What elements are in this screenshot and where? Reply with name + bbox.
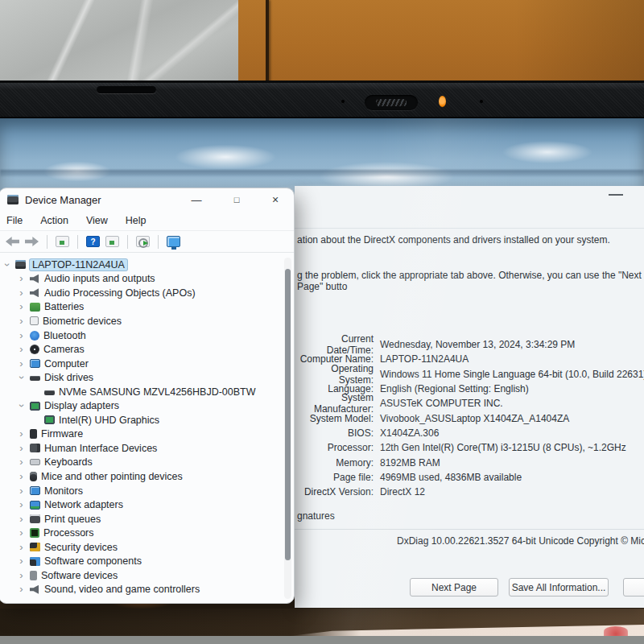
- chevron-right-icon[interactable]: ›: [17, 487, 26, 495]
- battery-icon: [30, 303, 40, 312]
- info-label: System Manufacturer:: [295, 392, 374, 415]
- chevron-down-icon[interactable]: ›: [18, 374, 26, 382]
- system-info-row: System Model:Vivobook_ASUSLaptop X1404ZA…: [295, 411, 644, 425]
- hid-icon: [30, 444, 40, 452]
- tree-item-label: Audio Processing Objects (APOs): [44, 287, 196, 299]
- computer-monitor-icon[interactable]: [167, 236, 180, 247]
- tree-item[interactable]: ›Processors: [0, 526, 283, 540]
- system-info-row: DirectX Version:DirectX 12: [295, 485, 644, 499]
- chevron-right-icon[interactable]: ›: [17, 345, 26, 353]
- info-value: 12th Gen Intel(R) Core(TM) i3-1215U (8 C…: [380, 442, 626, 453]
- chevron-right-icon[interactable]: ›: [17, 473, 26, 481]
- info-value: 4969MB used, 4836MB available: [380, 472, 522, 483]
- tree-item[interactable]: ›Biometric devices: [0, 314, 283, 328]
- tree-item[interactable]: ›Network adapters: [0, 497, 283, 512]
- scan-hardware-changes-icon[interactable]: [136, 236, 150, 247]
- tree-item[interactable]: ›Monitors: [0, 484, 283, 498]
- chevron-right-icon[interactable]: ›: [17, 515, 26, 523]
- forward-icon[interactable]: [25, 237, 39, 246]
- tree-item[interactable]: ›Mice and other pointing devices: [0, 469, 283, 484]
- tree-item[interactable]: ›LAPTOP-11N2A4UA: [0, 258, 283, 272]
- tree-item[interactable]: ›Human Interface Devices: [0, 441, 283, 456]
- tree-item[interactable]: ›Cameras: [0, 342, 283, 357]
- info-label: Current Date/Time:: [295, 333, 374, 356]
- tree-item-label: Computer: [44, 358, 89, 369]
- info-label: System Model:: [295, 413, 374, 424]
- tree-item[interactable]: ›Security devices: [0, 540, 283, 555]
- menu-item-help[interactable]: Help: [117, 215, 155, 226]
- tree-item[interactable]: ›Computer: [0, 357, 283, 371]
- tree-item[interactable]: ›Keyboards: [0, 456, 283, 470]
- device-manager-window: Device Manager — □ × FileActionViewHelp …: [0, 188, 295, 604]
- next-page-button[interactable]: Next Page: [410, 578, 498, 597]
- tree-item-label: Human Interface Devices: [44, 443, 157, 454]
- chevron-down-icon[interactable]: ›: [3, 260, 11, 269]
- tree-item[interactable]: ›Display adapters: [0, 398, 283, 413]
- tree-item-label: Keyboards: [44, 456, 93, 468]
- menu-item-file[interactable]: File: [0, 215, 31, 226]
- tree-item[interactable]: ›Print queues: [0, 512, 283, 526]
- chevron-right-icon[interactable]: ›: [17, 332, 26, 340]
- title-bar[interactable]: Device Manager — □ ×: [0, 188, 294, 211]
- menu-bar: FileActionViewHelp: [0, 211, 294, 231]
- tree-item[interactable]: ›NVMe SAMSUNG MZVL4256HBJD-00BTW: [0, 385, 283, 399]
- tree-item[interactable]: ›Bluetooth: [0, 328, 283, 343]
- webcam-shutter: [365, 95, 418, 110]
- menu-item-action[interactable]: Action: [31, 215, 77, 226]
- show-console-tree-icon[interactable]: [56, 236, 69, 247]
- chevron-right-icon[interactable]: ›: [17, 360, 26, 368]
- tree-item-label: NVMe SAMSUNG MZVL4256HBJD-00BTW: [59, 386, 256, 398]
- chevron-right-icon[interactable]: ›: [17, 543, 26, 551]
- help-icon[interactable]: [86, 236, 100, 247]
- chevron-right-icon[interactable]: ›: [17, 444, 26, 452]
- toolbar: [0, 231, 294, 253]
- tree-scrollbar[interactable]: [284, 258, 291, 599]
- chevron-right-icon[interactable]: ›: [17, 317, 26, 325]
- partial-right-button[interactable]: [623, 578, 644, 597]
- dxdiag-minimize-dash-icon[interactable]: [609, 194, 623, 196]
- tree-item[interactable]: ›Software components: [0, 554, 283, 568]
- save-all-information-button[interactable]: Save All Information...: [509, 578, 609, 597]
- system-info-row: Processor:12th Gen Intel(R) Core(TM) i3-…: [295, 440, 644, 455]
- device-tree: ›LAPTOP-11N2A4UA›Audio inputs and output…: [0, 254, 283, 600]
- chevron-right-icon[interactable]: ›: [17, 458, 26, 466]
- tree-item-label: Software components: [44, 555, 142, 567]
- chevron-right-icon[interactable]: ›: [17, 275, 26, 283]
- chevron-right-icon[interactable]: ›: [17, 501, 26, 509]
- mouse-icon: [30, 472, 37, 481]
- close-button[interactable]: ×: [263, 188, 287, 211]
- minimize-button[interactable]: —: [184, 188, 208, 211]
- chevron-down-icon[interactable]: ›: [18, 402, 26, 411]
- info-label: Processor:: [295, 442, 374, 453]
- tree-item[interactable]: ›Sound, video and game controllers: [0, 583, 283, 597]
- tree-item[interactable]: ›Intel(R) UHD Graphics: [0, 413, 283, 427]
- chevron-right-icon[interactable]: ›: [17, 529, 26, 537]
- chevron-right-icon[interactable]: ›: [17, 430, 26, 438]
- chevron-right-icon[interactable]: ›: [17, 572, 26, 580]
- tree-item[interactable]: ›Disk drives: [0, 370, 283, 385]
- chevron-right-icon[interactable]: ›: [17, 303, 26, 311]
- info-value: X1404ZA.306: [380, 427, 439, 439]
- dxdiag-version-line: DxDiag 10.00.22621.3527 64-bit Unicode C…: [397, 535, 644, 547]
- tree-item[interactable]: ›Audio inputs and outputs: [0, 272, 283, 287]
- computer-root-icon: [15, 260, 26, 269]
- tree-item[interactable]: ›Firmware: [0, 427, 283, 442]
- desk-surface: [0, 609, 644, 636]
- tree-item[interactable]: ›Batteries: [0, 300, 283, 315]
- menu-item-view[interactable]: View: [77, 215, 117, 226]
- tree-item-label: Bluetooth: [43, 330, 86, 341]
- disk-icon: [30, 376, 40, 381]
- chevron-right-icon[interactable]: ›: [17, 289, 26, 297]
- display-adapter-icon: [44, 415, 55, 424]
- chevron-right-icon[interactable]: ›: [17, 557, 26, 565]
- maximize-button[interactable]: □: [225, 188, 249, 211]
- photo-of-laptop-screen: ation about the DirectX components and d…: [0, 0, 644, 644]
- chevron-right-icon[interactable]: ›: [17, 585, 26, 593]
- tree-item[interactable]: ›Software devices: [0, 568, 283, 583]
- tree-item[interactable]: ›Audio Processing Objects (APOs): [0, 286, 283, 300]
- properties-icon[interactable]: [105, 236, 119, 247]
- back-icon[interactable]: [6, 237, 19, 246]
- scrollbar-thumb[interactable]: [285, 269, 291, 560]
- software-device-icon: [30, 571, 37, 580]
- bluetooth-icon: [30, 331, 39, 341]
